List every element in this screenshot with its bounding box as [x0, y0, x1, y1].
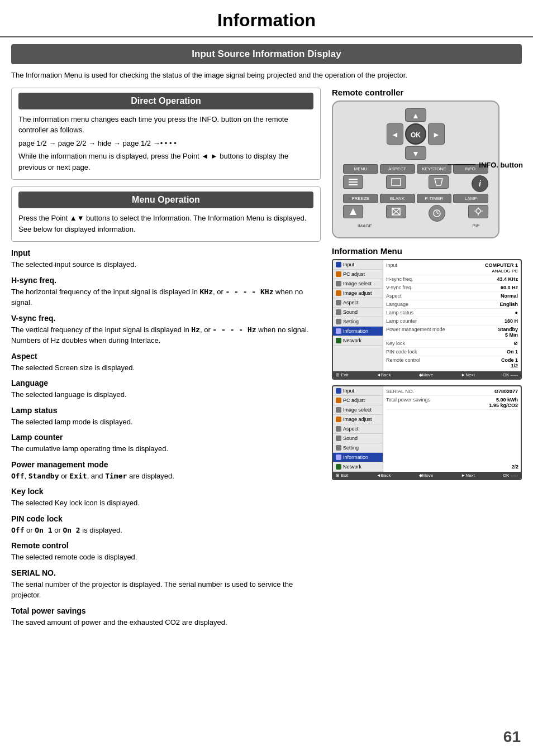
sidebar-item-information[interactable]: Information [333, 327, 383, 336]
sidebar-item-image-select[interactable]: Image select [333, 279, 383, 289]
footer-next[interactable]: ►Next [461, 372, 474, 377]
footer2-move[interactable]: ◆Move [419, 473, 434, 478]
direct-operation-box: Direct Operation The information menu ch… [11, 88, 321, 180]
keystone-icon-button[interactable] [429, 175, 449, 189]
item-hsync-title: H-sync freq. [11, 276, 321, 285]
sidebar-item-setting[interactable]: Setting [333, 317, 383, 327]
item-pin-code-title: PIN code lock [11, 514, 321, 523]
sidebar-item-input[interactable]: Input [333, 260, 383, 270]
content-row-vsync: V-sync freq. 60.0 Hz [386, 284, 518, 292]
page-number: 61 [503, 728, 521, 746]
item-key-lock: Key lock The selected Key lock icon is d… [11, 487, 321, 509]
sidebar-item-network[interactable]: Network [333, 336, 383, 346]
item-language: Language The selected language is displa… [11, 379, 321, 400]
item-pin-code: PIN code lock Off or On 1 or On 2 is dis… [11, 514, 321, 536]
footer2-back[interactable]: ◄Back [377, 473, 391, 478]
page-indicator: 2/2 [511, 464, 518, 470]
content-row-hsync: H-sync freq. 43.4 KHz [386, 275, 518, 284]
menu-operation-label: Menu Operation [18, 192, 313, 208]
item-serial-title: SERIAL NO. [11, 568, 321, 577]
sidebar2-item-network[interactable]: Network [333, 462, 383, 472]
nav-left-button[interactable]: ◄ [387, 123, 403, 145]
item-input-text: The selected input source is displayed. [11, 259, 321, 270]
intro-text: The Information Menu is used for checkin… [11, 70, 522, 81]
sidebar2-item-input[interactable]: Input [333, 386, 383, 396]
sidebar2-item-aspect[interactable]: Aspect [333, 424, 383, 434]
svg-point-12 [476, 209, 480, 213]
keystone-button[interactable]: KEYSTONE [417, 164, 452, 174]
footer-exit[interactable]: ⊞ Exit [336, 372, 349, 377]
item-input-title: Input [11, 248, 321, 257]
svg-marker-5 [350, 208, 356, 215]
setting-icon [336, 319, 341, 324]
sidebar2-item-image-select[interactable]: Image select [333, 405, 383, 415]
item-aspect-title: Aspect [11, 352, 321, 361]
nav-up-button[interactable]: ▲ [405, 108, 426, 122]
content-row-power-mgmt: Power management mode Standby5 Min [386, 326, 518, 339]
sidebar2-item-pc-adjust[interactable]: PC adjust [333, 396, 383, 405]
sidebar2-item-setting[interactable]: Setting [333, 443, 383, 453]
item-lamp-status-text: The selected lamp mode is displayed. [11, 417, 321, 428]
sound2-icon [336, 436, 341, 441]
lamp-button[interactable]: LAMP [453, 194, 488, 203]
item-pin-code-text: Off or On 1 or On 2 is displayed. [11, 525, 321, 536]
freeze-button[interactable]: FREEZE [343, 194, 378, 203]
nav-right-button[interactable]: ► [428, 123, 445, 145]
sidebar-item-image-adjust[interactable]: Image adjust [333, 289, 383, 298]
nav-down-button[interactable]: ▼ [405, 146, 426, 160]
image-label: IMAGE [345, 223, 384, 228]
aspect-icon-button[interactable] [386, 175, 406, 189]
sidebar-setting-label: Setting [343, 319, 359, 324]
footer2-exit[interactable]: ⊞ Exit [336, 473, 349, 478]
section-header: Input Source Information Display [11, 44, 522, 64]
item-vsync-text: The vertical frequency of the input sign… [11, 324, 321, 346]
sidebar2-item-sound[interactable]: Sound [333, 434, 383, 443]
information-icon [336, 328, 341, 334]
content-row-aspect: Aspect Normal [386, 292, 518, 300]
sidebar-pc-adjust-label: PC adjust [343, 271, 365, 277]
freeze-icon-button[interactable] [343, 205, 363, 218]
ok-button[interactable]: OK [405, 123, 426, 145]
menu-icon-button[interactable] [343, 175, 363, 189]
item-hsync-text: The horizontal frequency of the input si… [11, 286, 321, 308]
info-icon-button[interactable]: i [472, 175, 488, 192]
sidebar-item-pc-adjust[interactable]: PC adjust [333, 270, 383, 279]
lamp-icon-button[interactable] [468, 205, 488, 218]
item-lamp-counter-text: The cumulative lamp operating time is di… [11, 443, 321, 454]
sidebar-item-sound[interactable]: Sound [333, 308, 383, 317]
footer2-ok: OK ----- [503, 473, 518, 478]
menu-sidebar-page2: Input PC adjust Image select [333, 386, 383, 472]
item-vsync: V-sync freq. The vertical frequency of t… [11, 314, 321, 346]
menu-button[interactable]: MENU [343, 164, 378, 174]
svg-rect-1 [349, 181, 358, 183]
sidebar-sound-label: Sound [343, 309, 358, 315]
content-row-remote-control: Remote control Code 11/2 [386, 356, 518, 370]
item-power-savings-title: Total power savings [11, 606, 321, 615]
setting2-icon [336, 445, 341, 451]
item-language-title: Language [11, 379, 321, 387]
svg-rect-2 [349, 184, 358, 185]
ptimer-button[interactable]: P-TIMER [417, 194, 452, 203]
ptimer-icon-button[interactable] [429, 205, 445, 222]
blank-icon-button[interactable] [386, 205, 406, 218]
blank-button[interactable]: BLANK [380, 194, 415, 203]
sidebar2-item-image-adjust[interactable]: Image adjust [333, 415, 383, 424]
footer2-next[interactable]: ►Next [461, 473, 474, 478]
menu-footer-page2: ⊞ Exit ◄Back ◆Move ►Next OK ----- [333, 472, 521, 479]
item-remote-control: Remote control The selected remote code … [11, 541, 321, 563]
sidebar-information-label: Information [343, 328, 368, 334]
footer-move[interactable]: ◆Move [419, 372, 434, 377]
item-serial: SERIAL NO. The serial number of the proj… [11, 568, 321, 601]
sidebar-image-select-label: Image select [343, 281, 372, 286]
footer-back[interactable]: ◄Back [377, 372, 391, 377]
menu-sidebar-page1: Input PC adjust Image select [333, 260, 383, 371]
sidebar-item-aspect[interactable]: Aspect [333, 298, 383, 308]
item-aspect-text: The selected Screen size is displayed. [11, 362, 321, 374]
sidebar2-item-information[interactable]: Information [333, 453, 383, 462]
aspect-button[interactable]: ASPECT [380, 164, 415, 174]
sidebar-input-label: Input [343, 262, 354, 267]
aspect2-icon [336, 426, 341, 432]
content-row-input: Input COMPUTER 1ANALOG PC [386, 261, 518, 275]
item-power-savings: Total power savings The saved amount of … [11, 606, 321, 628]
sidebar-network-label: Network [343, 338, 361, 343]
